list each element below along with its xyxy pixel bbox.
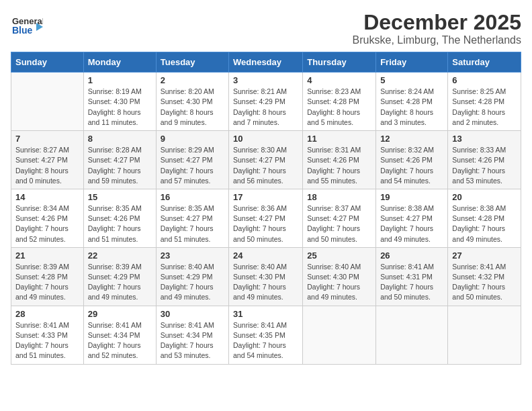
calendar-cell: 23Sunrise: 8:40 AM Sunset: 4:29 PM Dayli… bbox=[156, 247, 228, 306]
day-number: 2 bbox=[161, 75, 224, 85]
day-number: 29 bbox=[88, 309, 152, 319]
day-number: 24 bbox=[233, 250, 298, 261]
day-number: 6 bbox=[452, 75, 517, 85]
calendar-cell: 27Sunrise: 8:41 AM Sunset: 4:32 PM Dayli… bbox=[448, 247, 521, 306]
day-info: Sunrise: 8:19 AM Sunset: 4:30 PM Dayligh… bbox=[88, 87, 152, 128]
day-info: Sunrise: 8:38 AM Sunset: 4:28 PM Dayligh… bbox=[452, 203, 517, 244]
day-number: 3 bbox=[233, 75, 298, 85]
day-info: Sunrise: 8:39 AM Sunset: 4:29 PM Dayligh… bbox=[88, 262, 152, 303]
day-info: Sunrise: 8:21 AM Sunset: 4:29 PM Dayligh… bbox=[233, 87, 298, 128]
day-of-week-header: Thursday bbox=[303, 52, 376, 73]
calendar-cell: 3Sunrise: 8:21 AM Sunset: 4:29 PM Daylig… bbox=[229, 73, 303, 131]
day-info: Sunrise: 8:38 AM Sunset: 4:27 PM Dayligh… bbox=[380, 203, 443, 244]
calendar-cell: 10Sunrise: 8:30 AM Sunset: 4:27 PM Dayli… bbox=[229, 131, 303, 189]
day-number: 15 bbox=[88, 192, 152, 202]
calendar-cell: 15Sunrise: 8:35 AM Sunset: 4:26 PM Dayli… bbox=[83, 189, 156, 247]
day-info: Sunrise: 8:35 AM Sunset: 4:26 PM Dayligh… bbox=[88, 203, 152, 244]
day-info: Sunrise: 8:34 AM Sunset: 4:26 PM Dayligh… bbox=[15, 203, 79, 244]
day-info: Sunrise: 8:37 AM Sunset: 4:27 PM Dayligh… bbox=[307, 203, 371, 244]
calendar-cell: 7Sunrise: 8:27 AM Sunset: 4:27 PM Daylig… bbox=[11, 131, 84, 189]
day-number: 12 bbox=[380, 134, 443, 144]
calendar-cell: 31Sunrise: 8:41 AM Sunset: 4:35 PM Dayli… bbox=[229, 306, 303, 364]
day-number: 28 bbox=[15, 309, 79, 319]
svg-text:Blue: Blue bbox=[12, 25, 33, 36]
day-info: Sunrise: 8:24 AM Sunset: 4:28 PM Dayligh… bbox=[380, 87, 443, 128]
calendar-cell: 17Sunrise: 8:36 AM Sunset: 4:27 PM Dayli… bbox=[229, 189, 303, 247]
calendar-cell: 29Sunrise: 8:41 AM Sunset: 4:34 PM Dayli… bbox=[83, 306, 156, 364]
calendar-week-row: 28Sunrise: 8:41 AM Sunset: 4:33 PM Dayli… bbox=[11, 306, 521, 364]
day-info: Sunrise: 8:40 AM Sunset: 4:30 PM Dayligh… bbox=[233, 262, 298, 303]
day-number: 11 bbox=[307, 134, 371, 144]
day-of-week-header: Monday bbox=[83, 52, 156, 73]
calendar-cell bbox=[376, 306, 448, 364]
day-number: 31 bbox=[233, 309, 298, 319]
day-info: Sunrise: 8:40 AM Sunset: 4:29 PM Dayligh… bbox=[161, 262, 224, 303]
day-info: Sunrise: 8:32 AM Sunset: 4:26 PM Dayligh… bbox=[380, 145, 443, 186]
day-info: Sunrise: 8:41 AM Sunset: 4:32 PM Dayligh… bbox=[452, 262, 517, 303]
calendar-cell: 21Sunrise: 8:39 AM Sunset: 4:28 PM Dayli… bbox=[11, 247, 84, 306]
calendar-cell: 22Sunrise: 8:39 AM Sunset: 4:29 PM Dayli… bbox=[83, 247, 156, 306]
day-number: 22 bbox=[88, 250, 152, 261]
calendar-week-row: 14Sunrise: 8:34 AM Sunset: 4:26 PM Dayli… bbox=[11, 189, 521, 247]
day-number: 18 bbox=[307, 192, 371, 202]
day-number: 20 bbox=[452, 192, 517, 202]
day-info: Sunrise: 8:41 AM Sunset: 4:34 PM Dayligh… bbox=[88, 320, 152, 361]
day-info: Sunrise: 8:40 AM Sunset: 4:30 PM Dayligh… bbox=[307, 262, 371, 303]
calendar-cell: 5Sunrise: 8:24 AM Sunset: 4:28 PM Daylig… bbox=[376, 73, 448, 131]
day-info: Sunrise: 8:41 AM Sunset: 4:34 PM Dayligh… bbox=[161, 320, 224, 361]
day-number: 25 bbox=[307, 250, 371, 261]
day-number: 21 bbox=[15, 250, 79, 261]
calendar-cell: 20Sunrise: 8:38 AM Sunset: 4:28 PM Dayli… bbox=[448, 189, 521, 247]
day-info: Sunrise: 8:27 AM Sunset: 4:27 PM Dayligh… bbox=[15, 145, 79, 186]
day-number: 14 bbox=[15, 192, 79, 202]
day-number: 7 bbox=[15, 134, 79, 144]
day-number: 27 bbox=[452, 250, 517, 261]
calendar-cell: 16Sunrise: 8:35 AM Sunset: 4:27 PM Dayli… bbox=[156, 189, 228, 247]
day-number: 5 bbox=[380, 75, 443, 85]
calendar-cell: 6Sunrise: 8:25 AM Sunset: 4:28 PM Daylig… bbox=[448, 73, 521, 131]
day-info: Sunrise: 8:20 AM Sunset: 4:30 PM Dayligh… bbox=[161, 87, 224, 128]
day-info: Sunrise: 8:28 AM Sunset: 4:27 PM Dayligh… bbox=[88, 145, 152, 186]
day-info: Sunrise: 8:23 AM Sunset: 4:28 PM Dayligh… bbox=[307, 87, 371, 128]
day-info: Sunrise: 8:39 AM Sunset: 4:28 PM Dayligh… bbox=[15, 262, 79, 303]
calendar-header-row: SundayMondayTuesdayWednesdayThursdayFrid… bbox=[11, 52, 521, 73]
calendar-cell bbox=[303, 306, 376, 364]
day-info: Sunrise: 8:31 AM Sunset: 4:26 PM Dayligh… bbox=[307, 145, 371, 186]
calendar-cell: 28Sunrise: 8:41 AM Sunset: 4:33 PM Dayli… bbox=[11, 306, 84, 364]
day-info: Sunrise: 8:25 AM Sunset: 4:28 PM Dayligh… bbox=[452, 87, 517, 128]
page-header: General Blue December 2025 Brukske, Limb… bbox=[11, 11, 521, 46]
calendar-cell: 24Sunrise: 8:40 AM Sunset: 4:30 PM Dayli… bbox=[229, 247, 303, 306]
day-number: 1 bbox=[88, 75, 152, 85]
calendar-cell: 19Sunrise: 8:38 AM Sunset: 4:27 PM Dayli… bbox=[376, 189, 448, 247]
logo: General Blue bbox=[11, 11, 43, 43]
title-block: December 2025 Brukske, Limburg, The Neth… bbox=[353, 11, 521, 46]
calendar-cell: 11Sunrise: 8:31 AM Sunset: 4:26 PM Dayli… bbox=[303, 131, 376, 189]
day-info: Sunrise: 8:35 AM Sunset: 4:27 PM Dayligh… bbox=[161, 203, 224, 244]
day-of-week-header: Wednesday bbox=[229, 52, 303, 73]
day-number: 8 bbox=[88, 134, 152, 144]
day-number: 4 bbox=[307, 75, 371, 85]
day-number: 19 bbox=[380, 192, 443, 202]
day-of-week-header: Sunday bbox=[11, 52, 84, 73]
day-number: 13 bbox=[452, 134, 517, 144]
calendar-subtitle: Brukske, Limburg, The Netherlands bbox=[353, 34, 521, 46]
calendar-title: December 2025 bbox=[353, 11, 521, 34]
day-info: Sunrise: 8:29 AM Sunset: 4:27 PM Dayligh… bbox=[161, 145, 224, 186]
day-info: Sunrise: 8:30 AM Sunset: 4:27 PM Dayligh… bbox=[233, 145, 298, 186]
calendar-cell: 12Sunrise: 8:32 AM Sunset: 4:26 PM Dayli… bbox=[376, 131, 448, 189]
day-number: 26 bbox=[380, 250, 443, 261]
day-of-week-header: Saturday bbox=[448, 52, 521, 73]
calendar-cell: 1Sunrise: 8:19 AM Sunset: 4:30 PM Daylig… bbox=[83, 73, 156, 131]
calendar-cell: 18Sunrise: 8:37 AM Sunset: 4:27 PM Dayli… bbox=[303, 189, 376, 247]
calendar-cell: 26Sunrise: 8:41 AM Sunset: 4:31 PM Dayli… bbox=[376, 247, 448, 306]
calendar-table: SundayMondayTuesdayWednesdayThursdayFrid… bbox=[11, 52, 521, 364]
calendar-cell: 2Sunrise: 8:20 AM Sunset: 4:30 PM Daylig… bbox=[156, 73, 228, 131]
calendar-cell: 13Sunrise: 8:33 AM Sunset: 4:26 PM Dayli… bbox=[448, 131, 521, 189]
day-info: Sunrise: 8:33 AM Sunset: 4:26 PM Dayligh… bbox=[452, 145, 517, 186]
calendar-cell: 9Sunrise: 8:29 AM Sunset: 4:27 PM Daylig… bbox=[156, 131, 228, 189]
calendar-cell bbox=[448, 306, 521, 364]
day-info: Sunrise: 8:41 AM Sunset: 4:33 PM Dayligh… bbox=[15, 320, 79, 361]
calendar-week-row: 1Sunrise: 8:19 AM Sunset: 4:30 PM Daylig… bbox=[11, 73, 521, 131]
day-of-week-header: Tuesday bbox=[156, 52, 228, 73]
day-info: Sunrise: 8:36 AM Sunset: 4:27 PM Dayligh… bbox=[233, 203, 298, 244]
